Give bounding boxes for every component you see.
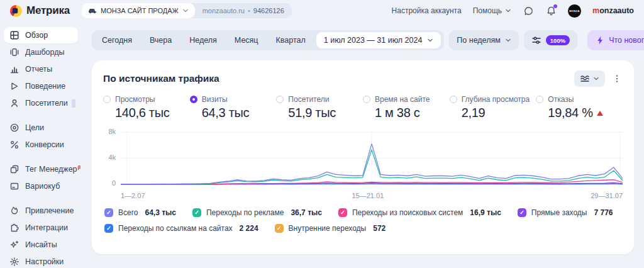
radio-selected[interactable]	[190, 96, 197, 103]
sidebar-item-visitors[interactable]: Посетители	[4, 95, 78, 111]
counter-select[interactable]: МОНЗА САЙТ ПРОДАЖ	[82, 3, 195, 18]
app-logo[interactable]: Метрика	[0, 4, 82, 17]
sidebar-item-integrations[interactable]: Интеграции	[4, 220, 78, 236]
legend-value: 2 224	[240, 224, 258, 233]
sidebar-item-insights[interactable]: Инсайты	[4, 237, 78, 253]
legend-item-direct-traffic[interactable]: Прямые заходы 7 776	[518, 208, 613, 217]
checkbox-checked-icon[interactable]	[104, 208, 113, 217]
reports-bars-icon	[9, 64, 19, 74]
legend-label: Прямые заходы	[531, 208, 587, 217]
sidebar-item-label: Обзор	[25, 31, 48, 40]
account-settings-link[interactable]: Настройка аккаунта	[392, 6, 462, 15]
chart-legend: Всего 64,3 тыс Переходы по рекламе 36,7 …	[103, 208, 623, 233]
tag-manager-icon	[9, 164, 19, 174]
sidebar-item-tag-manager[interactable]: Тег Менеджерβ	[4, 161, 78, 177]
whats-new-button[interactable]: Что нового	[587, 30, 644, 50]
grouping-value: По неделям	[457, 36, 500, 45]
sidebar-item-goals[interactable]: Цели	[4, 120, 78, 136]
sidebar-item-varioqub[interactable]: Вариокуб	[4, 178, 78, 194]
conversions-percent-icon	[9, 140, 19, 150]
help-label: Помощь	[473, 6, 502, 15]
sidebar-item-attraction[interactable]: Привлечение	[4, 203, 78, 219]
metric-label: Отказы	[548, 95, 574, 104]
metric-label: Просмотры	[115, 95, 155, 104]
metric-bounce-rate[interactable]: Отказы 19,84 %	[536, 95, 623, 120]
sidebar-item-label: Цели	[25, 123, 44, 132]
sidebar-item-label: Инсайты	[25, 240, 57, 249]
sidebar-item-behavior[interactable]: Поведение	[4, 78, 78, 94]
sidebar-item-overview[interactable]: Обзор	[4, 27, 78, 43]
username-rest: onzaauto	[599, 6, 634, 15]
sidebar: Обзор Дашборды Отчеты Поведение Посетите…	[0, 21, 82, 268]
checkbox-checked-icon[interactable]	[338, 208, 347, 217]
help-menu[interactable]: Помощь	[473, 6, 511, 15]
custom-date-range[interactable]: 1 июл 2023 — 31 июл 2024	[316, 32, 441, 48]
sidebar-item-settings[interactable]: Настройки	[4, 254, 78, 268]
counter-meta[interactable]: monzaauto.ru 94626126	[195, 7, 292, 14]
chart-type-select[interactable]	[574, 70, 605, 87]
legend-item-search-traffic[interactable]: Переходы из поисковых систем 16,9 тыс	[338, 208, 501, 217]
notification-dot	[553, 4, 557, 8]
radio-unselected[interactable]	[103, 96, 111, 103]
date-range-value: 1 июл 2023 — 31 июл 2024	[324, 36, 423, 45]
range-today[interactable]: Сегодня	[93, 36, 141, 45]
traffic-chart: 8k 4k 0	[103, 130, 623, 188]
chart-type-waves-icon	[580, 74, 590, 83]
plot-area[interactable]	[121, 130, 623, 188]
checkbox-checked-icon[interactable]	[104, 224, 113, 233]
metric-selector-row: Просмотры 140,6 тыс Визиты 64,3 тыс Посе…	[103, 95, 623, 120]
chevron-down-icon	[427, 37, 433, 43]
metric-users[interactable]: Посетители 51,9 тыс	[276, 95, 363, 120]
legend-item-internal-traffic[interactable]: Внутренние переходы 572	[275, 224, 386, 233]
checkbox-checked-icon[interactable]	[275, 224, 284, 233]
sidebar-item-dashboards[interactable]: Дашборды	[4, 44, 78, 60]
legend-item-link-traffic[interactable]: Переходы по ссылкам на сайтах 2 224	[104, 224, 258, 233]
chat-icon[interactable]	[523, 5, 534, 16]
sidebar-item-label: Интеграции	[25, 223, 68, 232]
legend-value: 16,9 тыс	[470, 208, 501, 217]
metric-time-on-site[interactable]: Время на сайте 1 м 38 с	[363, 95, 450, 120]
range-week[interactable]: Неделя	[180, 36, 226, 45]
card-more-button[interactable]	[611, 72, 623, 86]
avatar[interactable]: MONZA	[568, 4, 581, 18]
chevron-down-icon	[505, 37, 511, 43]
sampling-settings-button[interactable]: 100%	[524, 30, 577, 50]
metric-depth[interactable]: Глубина просмотра 2,19	[450, 95, 536, 120]
radio-unselected[interactable]	[276, 96, 284, 103]
notifications-bell-icon[interactable]	[545, 5, 557, 16]
y-tick: 0	[112, 179, 116, 187]
legend-label: Переходы по ссылкам на сайтах	[118, 224, 233, 233]
behavior-play-icon	[9, 81, 19, 91]
sidebar-item-reports[interactable]: Отчеты	[4, 61, 78, 77]
legend-item-total[interactable]: Всего 64,3 тыс	[104, 208, 176, 217]
sidebar-item-label: Дашборды	[25, 48, 65, 57]
username[interactable]: monzaauto	[592, 6, 634, 15]
sidebar-item-conversions[interactable]: Конверсии	[4, 137, 78, 153]
grouping-select[interactable]: По неделям	[449, 30, 518, 50]
checkbox-checked-icon[interactable]	[192, 208, 201, 217]
metric-visits[interactable]: Визиты 64,3 тыс	[190, 95, 277, 120]
radio-unselected[interactable]	[450, 96, 457, 103]
legend-label: Переходы из поисковых систем	[352, 208, 463, 217]
y-tick: 4k	[108, 154, 116, 161]
date-range-segmented-control: Сегодня Вчера Неделя Месяц Квартал 1 июл…	[92, 30, 444, 50]
legend-label: Переходы по рекламе	[206, 208, 284, 217]
counter-name: МОНЗА САЙТ ПРОДАЖ	[101, 7, 179, 14]
main-content: Сегодня Вчера Неделя Месяц Квартал 1 июл…	[82, 21, 644, 268]
top-header: Метрика МОНЗА САЙТ ПРОДАЖ monzaauto.ru 9…	[0, 0, 644, 21]
range-yesterday[interactable]: Вчера	[141, 36, 180, 45]
sidebar-item-label: Поведение	[25, 82, 65, 91]
metric-views[interactable]: Просмотры 140,6 тыс	[103, 95, 190, 120]
sidebar-item-label: Вариокуб	[25, 182, 60, 191]
legend-item-ad-traffic[interactable]: Переходы по рекламе 36,7 тыс	[192, 208, 322, 217]
sidebar-item-label: Тег Менеджерβ	[25, 164, 80, 174]
separator-dot	[248, 7, 250, 14]
range-quarter[interactable]: Квартал	[267, 36, 314, 45]
checkbox-checked-icon[interactable]	[518, 208, 526, 217]
legend-label: Всего	[118, 208, 138, 217]
range-month[interactable]: Месяц	[226, 36, 267, 45]
metric-value: 1 м 38 с	[363, 106, 450, 120]
metric-value: 51,9 тыс	[276, 106, 363, 120]
radio-unselected[interactable]	[536, 96, 543, 103]
radio-unselected[interactable]	[363, 96, 370, 103]
